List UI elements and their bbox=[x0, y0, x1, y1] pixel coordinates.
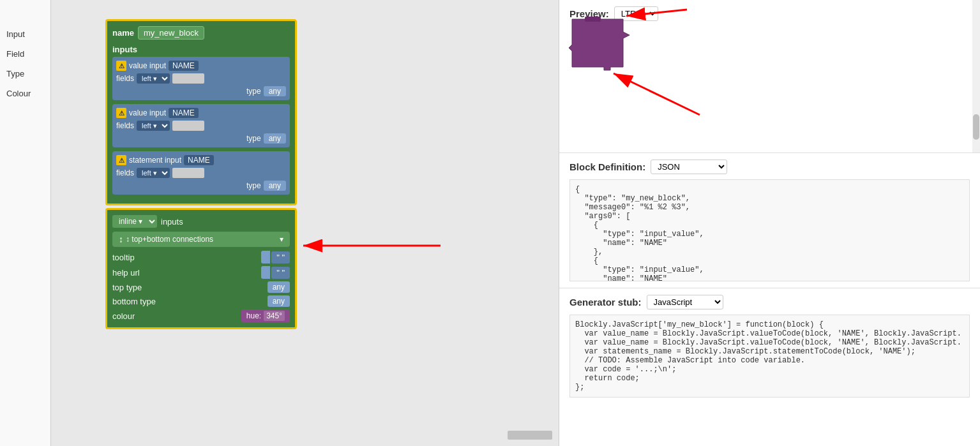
canvas-scrollbar[interactable] bbox=[508, 431, 552, 440]
right-panel: Preview: LTR ▾ RTL bbox=[559, 0, 980, 446]
help-url-value: " " bbox=[261, 266, 290, 279]
fields-label-2: fields bbox=[116, 121, 134, 130]
block-def-header: Block Definition: JSON JavaScript bbox=[569, 160, 970, 174]
fields-dropdown-1[interactable]: left ▾ bbox=[137, 73, 170, 84]
gen-stub-header: Generator stub: JavaScript Python PHP Lu… bbox=[569, 295, 970, 309]
top-type-value[interactable]: any bbox=[268, 281, 290, 293]
help-url-quotes[interactable]: " " bbox=[271, 267, 290, 279]
inputs-label: inputs bbox=[112, 45, 290, 54]
sidebar-item-field[interactable]: Field bbox=[0, 45, 50, 63]
fields-placeholder-1 bbox=[172, 73, 204, 84]
sidebar-item-input[interactable]: Input bbox=[0, 26, 50, 43]
type-label-1: type bbox=[246, 87, 261, 96]
inline-row: inline ▾ inputs bbox=[112, 215, 290, 228]
input-block-3: ⚠ statement input NAME fields left ▾ typ… bbox=[112, 151, 290, 195]
fields-label-3: fields bbox=[116, 168, 134, 177]
connections-chevron: ▾ bbox=[280, 235, 283, 244]
fields-placeholder-2 bbox=[172, 121, 204, 131]
hue-block[interactable]: hue: 345° bbox=[241, 309, 290, 322]
fields-dropdown-2[interactable]: left ▾ bbox=[137, 121, 170, 131]
block-name-value[interactable]: my_new_block bbox=[138, 26, 204, 40]
inline-select[interactable]: inline ▾ bbox=[112, 215, 157, 228]
top-type-label: top type bbox=[112, 283, 142, 292]
tooltip-label: tooltip bbox=[112, 253, 135, 262]
help-url-row: help url " " bbox=[112, 266, 290, 279]
type-row-2: type any bbox=[116, 133, 286, 144]
input-block-1: ⚠ value input NAME fields left ▾ type an… bbox=[112, 57, 290, 100]
block-name-row: name my_new_block bbox=[112, 26, 290, 40]
svg-rect-2 bbox=[585, 17, 601, 22]
connections-arrow-icon: ↕ bbox=[119, 234, 123, 244]
connections-label: ↕ top+bottom connections bbox=[126, 235, 213, 244]
type-label-3: type bbox=[246, 181, 261, 190]
input-row-3: ⚠ statement input NAME bbox=[116, 155, 286, 165]
hue-label: hue: bbox=[246, 311, 261, 320]
top-type-row: top type any bbox=[112, 281, 290, 293]
sidebar-item-type[interactable]: Type bbox=[0, 65, 50, 82]
tooltip-connector bbox=[261, 251, 270, 264]
help-url-connector bbox=[261, 266, 270, 279]
input-block-2: ⚠ value input NAME fields left ▾ type an… bbox=[112, 104, 290, 147]
input-type-label-2: value input bbox=[129, 108, 166, 117]
fields-row-1: fields left ▾ bbox=[116, 73, 286, 84]
bottom-type-row: bottom type any bbox=[112, 295, 290, 307]
fields-row-3: fields left ▾ bbox=[116, 168, 286, 178]
type-row-1: type any bbox=[116, 86, 286, 96]
fields-placeholder-3 bbox=[172, 168, 204, 178]
input-type-label-1: value input bbox=[129, 61, 166, 70]
fields-row-2: fields left ▾ bbox=[116, 121, 286, 131]
any-badge-2[interactable]: any bbox=[264, 133, 286, 144]
input-name-badge-3[interactable]: NAME bbox=[184, 155, 214, 165]
preview-section: Preview: LTR ▾ RTL bbox=[559, 0, 980, 153]
input-row-1: ⚠ value input NAME bbox=[116, 61, 286, 71]
canvas-area: name my_new_block inputs ⚠ value input N… bbox=[51, 0, 559, 446]
tooltip-quotes[interactable]: " " bbox=[271, 251, 290, 264]
input-name-badge-1[interactable]: NAME bbox=[169, 61, 199, 71]
tooltip-value: " " bbox=[261, 251, 290, 264]
sidebar-item-colour[interactable]: Colour bbox=[0, 85, 50, 102]
warn-icon-1: ⚠ bbox=[116, 61, 126, 71]
fields-dropdown-3[interactable]: left ▾ bbox=[137, 168, 170, 178]
any-badge-3[interactable]: any bbox=[264, 181, 286, 191]
inline-label: inputs bbox=[161, 217, 183, 227]
bottom-section: inline ▾ inputs ↕ ↕ top+bottom connectio… bbox=[105, 208, 297, 329]
warn-icon-2: ⚠ bbox=[116, 108, 126, 118]
preview-scrollbar[interactable] bbox=[972, 0, 980, 152]
language-select[interactable]: JavaScript Python PHP Lua Dart bbox=[647, 295, 723, 309]
bottom-type-value[interactable]: any bbox=[268, 295, 290, 307]
svg-line-6 bbox=[614, 73, 700, 115]
bottom-type-label: bottom type bbox=[112, 297, 156, 306]
name-label: name bbox=[112, 28, 134, 38]
type-row-3: type any bbox=[116, 181, 286, 191]
block-def-code: { "type": "my_new_block", "message0": "%… bbox=[569, 179, 970, 281]
preview-scrollbar-thumb[interactable] bbox=[973, 114, 979, 140]
format-select[interactable]: JSON JavaScript bbox=[651, 160, 727, 174]
input-type-label-3: statement input bbox=[129, 156, 181, 165]
help-url-label: help url bbox=[112, 268, 140, 278]
input-row-2: ⚠ value input NAME bbox=[116, 108, 286, 118]
gen-stub-section: Generator stub: JavaScript Python PHP Lu… bbox=[559, 288, 980, 446]
input-name-badge-2[interactable]: NAME bbox=[169, 108, 199, 118]
block-def-section: Block Definition: JSON JavaScript { "typ… bbox=[559, 153, 980, 288]
colour-label: colour bbox=[112, 311, 135, 321]
sidebar: Input Field Type Colour bbox=[0, 0, 51, 446]
type-label-2: type bbox=[246, 134, 261, 143]
block-preview bbox=[566, 13, 642, 77]
block-editor: name my_new_block inputs ⚠ value input N… bbox=[105, 19, 303, 329]
hue-value: 345° bbox=[264, 311, 285, 321]
tooltip-row: tooltip " " bbox=[112, 251, 290, 264]
colour-row: colour hue: 345° bbox=[112, 309, 290, 322]
connections-button[interactable]: ↕ ↕ top+bottom connections ▾ bbox=[112, 232, 290, 247]
fields-label-1: fields bbox=[116, 74, 134, 83]
any-badge-1[interactable]: any bbox=[264, 86, 286, 96]
block-def-label: Block Definition: bbox=[569, 161, 645, 172]
gen-stub-label: Generator stub: bbox=[569, 297, 642, 308]
warn-icon-3: ⚠ bbox=[116, 155, 126, 165]
main-block: name my_new_block inputs ⚠ value input N… bbox=[105, 19, 297, 205]
gen-stub-code: Blockly.JavaScript['my_new_block'] = fun… bbox=[569, 315, 970, 398]
